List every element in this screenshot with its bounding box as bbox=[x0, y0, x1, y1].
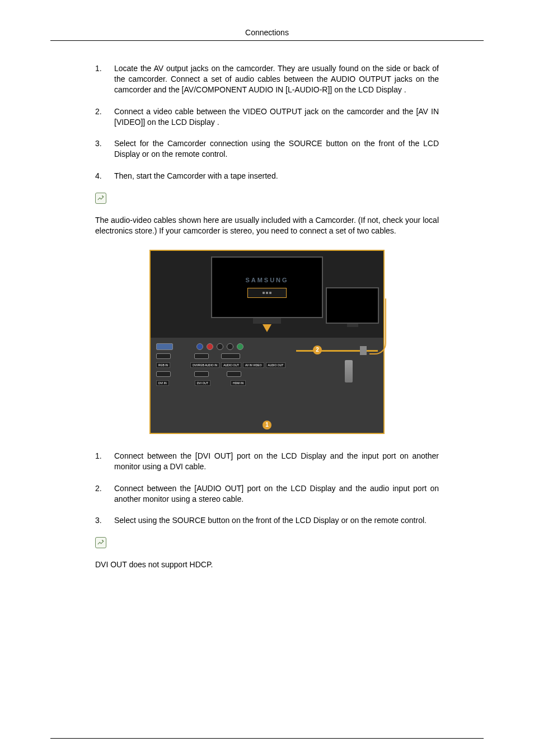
port-label: DVI OUT bbox=[195, 380, 210, 386]
item-text: Then, start the Camcorder with a tape in… bbox=[114, 171, 439, 181]
jack-icon bbox=[207, 343, 213, 350]
footer-rule bbox=[50, 738, 484, 739]
callout-badge-1: 1 bbox=[263, 421, 271, 430]
rect-port-icon bbox=[156, 353, 171, 359]
port-label: RGB IN bbox=[156, 362, 170, 368]
port-label: AV IN VIDEO bbox=[243, 362, 264, 368]
highlighted-ports-icon bbox=[247, 288, 287, 298]
item-text: Connect between the [AUDIO OUT] port on … bbox=[114, 483, 439, 505]
page-header: Connections bbox=[50, 28, 484, 41]
port-label: DVI IN bbox=[156, 380, 169, 386]
item-number: 2. bbox=[95, 483, 114, 505]
rect-port-icon bbox=[194, 371, 209, 377]
item-text: Connect between the [DVI OUT] port on th… bbox=[114, 451, 439, 472]
list-item: 1. Locate the AV output jacks on the cam… bbox=[95, 63, 439, 95]
jack-icon bbox=[196, 343, 203, 350]
port-label: HDMI IN bbox=[231, 380, 246, 386]
section1-list: 1. Locate the AV output jacks on the cam… bbox=[95, 63, 439, 181]
list-item: 3. Select for the Camcorder connection u… bbox=[95, 138, 439, 160]
item-number: 3. bbox=[95, 515, 114, 526]
item-number: 3. bbox=[95, 138, 114, 160]
rect-port-icon bbox=[194, 353, 209, 359]
list-item: 3. Select using the SOURCE button on the… bbox=[95, 515, 439, 526]
item-text: Select using the SOURCE button on the fr… bbox=[114, 515, 439, 526]
item-number: 1. bbox=[95, 451, 114, 472]
jack-icon bbox=[237, 343, 243, 350]
content-area: 1. Locate the AV output jacks on the cam… bbox=[50, 63, 484, 570]
callout-badge-2: 2 bbox=[313, 346, 322, 354]
port-label: AUDIO OUT bbox=[266, 362, 286, 368]
down-connector-icon bbox=[345, 360, 353, 382]
rect-port-icon bbox=[156, 371, 171, 377]
figure-box: SAMSUNG bbox=[149, 250, 385, 434]
figure-bottom-panel: RGB IN DVI/RGB AUDIO IN AUDIO OUT AV IN … bbox=[151, 338, 383, 433]
item-number: 1. bbox=[95, 63, 114, 95]
section1-note: The audio-video cables shown here are us… bbox=[95, 215, 439, 236]
jack-icon bbox=[227, 343, 233, 350]
section2-note: DVI OUT does not support HDCP. bbox=[95, 559, 439, 570]
ports-panel: RGB IN DVI/RGB AUDIO IN AUDIO OUT AV IN … bbox=[156, 343, 296, 386]
port-label: AUDIO OUT bbox=[221, 362, 241, 368]
rect-port-icon bbox=[221, 353, 240, 359]
cable-curve-icon bbox=[369, 298, 386, 354]
item-number: 2. bbox=[95, 106, 114, 128]
cable-connector-icon bbox=[360, 346, 367, 355]
rect-port-icon bbox=[227, 371, 241, 377]
list-item: 2. Connect between the [AUDIO OUT] port … bbox=[95, 483, 439, 505]
item-text: Locate the AV output jacks on the camcor… bbox=[114, 63, 439, 95]
section2-list: 1. Connect between the [DVI OUT] port on… bbox=[95, 451, 439, 526]
port-label: DVI/RGB AUDIO IN bbox=[190, 362, 219, 368]
jack-icon bbox=[217, 343, 223, 350]
vga-port-icon bbox=[156, 343, 173, 350]
item-text: Select for the Camcorder connection usin… bbox=[114, 138, 439, 160]
list-item: 4. Then, start the Camcorder with a tape… bbox=[95, 171, 439, 181]
monitor-front-icon: SAMSUNG bbox=[211, 256, 323, 318]
item-text: Connect a video cable between the VIDEO … bbox=[114, 106, 439, 128]
list-item: 1. Connect between the [DVI OUT] port on… bbox=[95, 451, 439, 472]
note-icon bbox=[95, 193, 106, 204]
note-icon bbox=[95, 537, 106, 548]
arrow-down-icon bbox=[263, 324, 271, 332]
item-number: 4. bbox=[95, 171, 114, 181]
brand-label: SAMSUNG bbox=[245, 277, 288, 283]
connection-figure: SAMSUNG bbox=[95, 250, 439, 434]
list-item: 2. Connect a video cable between the VID… bbox=[95, 106, 439, 128]
